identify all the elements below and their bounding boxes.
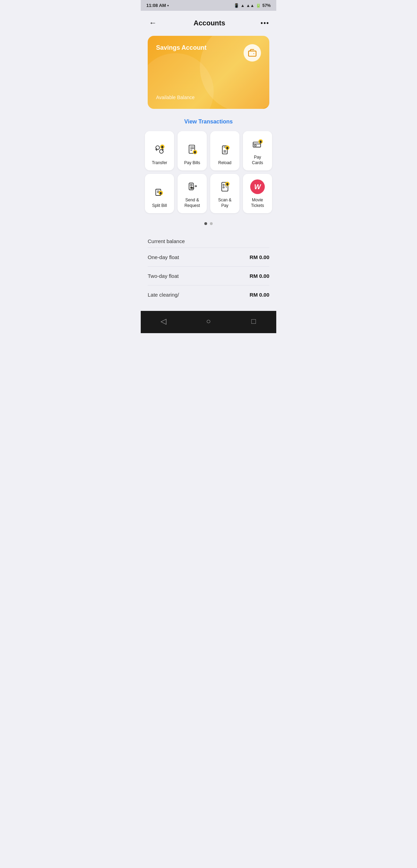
svg-text:$: $ <box>194 151 196 154</box>
scan-pay-icon: $ <box>219 180 231 193</box>
wallet-icon-button[interactable] <box>244 44 261 62</box>
action-scan-pay[interactable]: $ Scan &Pay <box>210 174 239 213</box>
pay-bills-label: Pay Bills <box>184 160 200 166</box>
current-balance-row: Current balance <box>148 232 269 248</box>
account-card[interactable]: Savings Account Available Balance <box>148 36 269 109</box>
two-day-float-value: RM 0.00 <box>250 273 269 279</box>
balance-label: Available Balance <box>156 95 195 100</box>
scan-pay-label: Scan &Pay <box>218 198 232 208</box>
movie-tickets-label: MovieTickets <box>251 198 264 208</box>
svg-text:$: $ <box>191 186 192 189</box>
pay-cards-icon: $ <box>251 138 264 150</box>
two-day-float-label: Two-day float <box>148 273 179 279</box>
action-reload[interactable]: $ Reload <box>210 131 239 170</box>
reload-label: Reload <box>218 160 231 166</box>
actions-section: $ Transfer $ Pay Bills <box>141 131 276 213</box>
scan-pay-icon-container: $ <box>216 179 234 194</box>
battery-icon: 🔋 <box>256 3 261 8</box>
svg-rect-0 <box>248 51 256 56</box>
dot-1 <box>204 222 207 225</box>
reload-icon: $ <box>219 143 231 156</box>
svg-rect-35 <box>223 187 224 188</box>
wallet-icon <box>248 48 257 57</box>
signal-icon: ▲▲ <box>246 3 254 8</box>
svg-text:$: $ <box>227 183 228 186</box>
actions-row-2: $ Split Bill $ Send &Request <box>145 174 272 213</box>
reload-icon-container: $ <box>216 142 234 157</box>
home-nav-icon[interactable]: ○ <box>202 315 215 328</box>
action-split-bill[interactable]: $ Split Bill <box>145 174 174 213</box>
late-clearing-value: RM 0.00 <box>250 292 269 298</box>
send-request-label: Send &Request <box>185 198 200 208</box>
one-day-float-row: One-day float RM 0.00 <box>148 248 269 267</box>
pagination-dots <box>141 217 276 232</box>
movie-tickets-icon-container: W <box>248 179 267 194</box>
view-transactions-section: View Transactions <box>141 116 276 131</box>
send-request-icon-container: $ <box>183 179 201 194</box>
account-card-section: Savings Account Available Balance <box>141 32 276 116</box>
actions-row-1: $ Transfer $ Pay Bills <box>145 131 272 170</box>
transfer-label: Transfer <box>152 160 167 166</box>
movie-icon: W <box>250 179 265 194</box>
pay-cards-label: PayCards <box>252 155 263 166</box>
action-transfer[interactable]: $ Transfer <box>145 131 174 170</box>
split-bill-icon: $ <box>153 186 166 199</box>
status-bar: 11:08 AM • 📳 ▲ ▲▲ 🔋 57% <box>141 0 276 11</box>
svg-text:$: $ <box>260 140 262 143</box>
pay-cards-icon-container: $ <box>248 137 267 151</box>
transfer-icon: $ <box>153 143 166 156</box>
account-title: Savings Account <box>156 44 206 51</box>
bottom-nav: ◁ ○ □ <box>141 311 276 333</box>
action-pay-bills[interactable]: $ Pay Bills <box>178 131 207 170</box>
transfer-icon-container: $ <box>150 142 169 157</box>
more-button[interactable]: ••• <box>261 19 269 27</box>
send-request-icon: $ <box>186 180 198 193</box>
two-day-float-row: Two-day float RM 0.00 <box>148 267 269 286</box>
recents-nav-icon[interactable]: □ <box>247 315 260 328</box>
action-pay-cards[interactable]: $ PayCards <box>243 131 272 170</box>
late-clearing-label: Late clearing/ <box>148 292 179 298</box>
svg-rect-33 <box>223 184 224 186</box>
split-bill-icon-container: $ <box>150 185 169 200</box>
back-nav-icon[interactable]: ◁ <box>157 315 170 328</box>
wifi-icon: ▲ <box>240 3 245 8</box>
one-day-float-label: One-day float <box>148 254 179 260</box>
movie-w-letter: W <box>254 183 261 191</box>
split-bill-label: Split Bill <box>152 203 167 209</box>
view-transactions-link[interactable]: View Transactions <box>184 119 232 124</box>
current-balance-label: Current balance <box>148 238 185 244</box>
action-send-request[interactable]: $ Send &Request <box>178 174 207 213</box>
page-title: Accounts <box>194 19 225 27</box>
status-time: 11:08 AM • <box>146 3 169 8</box>
action-movie-tickets[interactable]: W MovieTickets <box>243 174 272 213</box>
balance-details-section: Current balance One-day float RM 0.00 Tw… <box>141 232 276 304</box>
svg-text:$: $ <box>160 192 162 195</box>
vibrate-icon: 📳 <box>234 3 239 8</box>
one-day-float-value: RM 0.00 <box>250 254 269 260</box>
pay-bills-icon: $ <box>186 143 198 156</box>
svg-text:$: $ <box>227 146 228 149</box>
status-icons: 📳 ▲ ▲▲ 🔋 57% <box>234 3 271 8</box>
back-button[interactable]: ← <box>148 17 158 29</box>
header: ← Accounts ••• <box>141 11 276 32</box>
pay-bills-icon-container: $ <box>183 142 201 157</box>
svg-rect-19 <box>254 145 256 146</box>
battery-percent: 57% <box>262 3 271 8</box>
svg-text:$: $ <box>162 145 163 148</box>
dot-2 <box>210 222 213 225</box>
late-clearing-row: Late clearing/ RM 0.00 <box>148 286 269 304</box>
